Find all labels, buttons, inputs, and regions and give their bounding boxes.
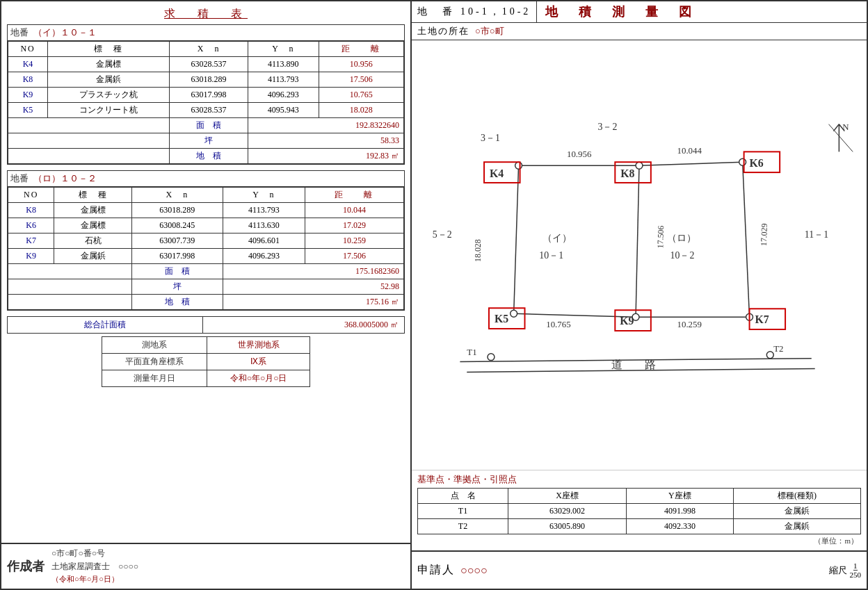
diagram-svg: N 3－1 3－2 5－2 11－1 (412, 40, 867, 470)
t2-label: T2 (773, 344, 783, 354)
unit-note: （単位：m） (417, 534, 861, 548)
lot1-chiseki-row: 地 積 192.83 ㎡ (8, 149, 404, 164)
location-label: 土地の所在 (417, 25, 469, 38)
lot1-col-headers: NO 標 種 X n Y n 距 離 (8, 42, 404, 57)
lot2-row-2: K6 金属標 63008.245 4113.630 17.029 (8, 218, 404, 233)
dist-10765-label: 10.765 (546, 320, 570, 329)
t1-circle (488, 354, 495, 361)
ref-col-x: X座標 (508, 489, 627, 504)
k6-label: K6 (750, 157, 764, 169)
location-value: ○市○町 (475, 25, 504, 38)
coord-system-section: 測地系 世界測地系 平面直角座標系 Ⅸ系 測量年月日 令和○年○月○日 (7, 336, 405, 387)
header-title: 地 積 測 量 図 (537, 1, 704, 22)
lot2-area-row: 面 積 175.1682360 (8, 264, 404, 279)
t2-circle (766, 352, 773, 359)
k4-circle (515, 162, 522, 169)
right-panel: 地 番 10-1，10-2 地 積 測 量 図 土地の所在 ○市○町 N (412, 1, 867, 589)
k8-circle (636, 162, 643, 169)
scale-label: 縮尺 (829, 564, 847, 577)
neighbor-52-label: 5－2 (433, 229, 452, 240)
ref-col-name: 点 名 (418, 489, 508, 504)
svg-line-4 (829, 124, 853, 152)
total-area-row: 総合計面積 368.0005000 ㎡ (7, 316, 405, 334)
right-footer: 申請人 ○○○○ 縮尺 1 250 (412, 550, 867, 589)
total-area-label: 総合計面積 (8, 317, 203, 333)
lot1-row-2: K8 金属鋲 63018.289 4113.793 17.506 (8, 72, 404, 88)
k7-label: K7 (755, 313, 769, 325)
ref-row-t2: T2 63005.890 4092.330 金属鋲 (418, 519, 861, 534)
k6-circle (739, 158, 746, 165)
lot1-data-table: NO 標 種 X n Y n 距 離 K4 金属標 63028.537 411 (8, 41, 404, 164)
svg-line-1 (833, 124, 839, 131)
diagram-area: N 3－1 3－2 5－2 11－1 (412, 40, 867, 470)
ref-col-y: Y座標 (626, 489, 733, 504)
lot2-row-3: K7 石杭 63007.739 4096.601 10.259 (8, 233, 404, 249)
neighbor-31-label: 3－1 (481, 133, 500, 144)
scale-section: 縮尺 1 250 (829, 562, 862, 579)
lot1-header: 地番 （イ）１０－１ (8, 25, 404, 41)
k5-label: K5 (495, 313, 508, 325)
lot1-row-4: K5 コンクリート杭 63028.537 4095.943 18.028 (8, 103, 404, 118)
north-arrow: N (829, 122, 853, 152)
lot2-tsubo-row: 坪 52.98 (8, 279, 404, 295)
dist-10956-label: 10.956 (567, 149, 592, 159)
left-panel: 求 積 表 地番 （イ）１０－１ NO 標 種 X n Y n 距 離 (1, 1, 412, 589)
dist-10044-label: 10.044 (677, 146, 702, 156)
svg-line-8 (636, 165, 639, 317)
col-type: 標 種 (48, 42, 170, 57)
lot2-row-1: K8 金属標 63018.289 4113.793 10.044 (8, 203, 404, 218)
k9-label: K9 (620, 315, 634, 327)
k4-label: K4 (490, 167, 504, 179)
dist-10259-label: 10.259 (677, 320, 702, 329)
lot2-col-headers: NO 標 種 X n Y n 距 離 (8, 188, 404, 203)
ref-table-title: 基準点・準拠点・引照点 (417, 473, 861, 486)
lot-10-1-label: 10－1 (539, 250, 563, 261)
scale-fraction: 1 250 (850, 562, 862, 579)
ref-table-section: 基準点・準拠点・引照点 点 名 X座標 Y座標 標種(種類) T1 63029.… (412, 470, 867, 550)
applicant-value: ○○○○ (460, 564, 829, 577)
dist-18028-label: 18.028 (473, 239, 483, 262)
road-label: 道 路 (611, 359, 661, 371)
k8-label: K8 (620, 167, 634, 179)
svg-line-9 (743, 162, 750, 317)
lot2-data-table: NO 標 種 X n Y n 距 離 K8 金属標 63018.289 411 (8, 187, 404, 310)
ref-col-type: 標種(種類) (733, 489, 860, 504)
area-i-label: （イ） (542, 233, 572, 243)
col-yn: Y n (248, 42, 319, 57)
applicant-label: 申請人 (417, 563, 455, 577)
neighbor-11-1-label: 11－1 (805, 229, 828, 240)
right-sub-header: 土地の所在 ○市○町 (412, 23, 867, 40)
t1-label: T1 (467, 347, 476, 357)
col-no: NO (8, 42, 48, 57)
total-area-value: 368.0005000 ㎡ (203, 317, 405, 333)
lot2-header: 地番 （ロ）１０－２ (8, 171, 404, 187)
svg-line-7 (514, 165, 519, 313)
lot1-table-section: 地番 （イ）１０－１ NO 標 種 X n Y n 距 離 (7, 24, 405, 165)
lot1-area-row: 面 積 192.8322640 (8, 118, 404, 133)
lot1-tsubo-row: 坪 58.33 (8, 133, 404, 149)
ref-table: 点 名 X座標 Y座標 標種(種類) T1 63029.002 4091.998… (417, 488, 861, 534)
left-content: 求 積 表 地番 （イ）１０－１ NO 標 種 X n Y n 距 離 (1, 1, 410, 543)
lot-10-2-label: 10－2 (670, 250, 695, 261)
main-container: 求 積 表 地番 （イ）１０－１ NO 標 種 X n Y n 距 離 (0, 0, 868, 590)
lot2-table-section: 地番 （ロ）１０－２ NO 標 種 X n Y n 距 離 (7, 170, 405, 311)
creator-label: 作成者 (7, 558, 45, 575)
dist-17506-label: 17.506 (655, 225, 666, 248)
right-header: 地 番 10-1，10-2 地 積 測 量 図 (412, 1, 867, 23)
area-ro-label: （ロ） (667, 233, 696, 243)
k5-circle (511, 310, 517, 317)
lot1-row-1: K4 金属標 63028.537 4113.890 10.956 (8, 57, 404, 72)
left-footer: 作成者 ○市○町○番○号 土地家屋調査士 ○○○○ （令和○年○月○日） (1, 543, 410, 589)
col-dist: 距 離 (319, 42, 403, 57)
ref-row-t1: T1 63029.002 4091.998 金属鋲 (418, 504, 861, 519)
dist-17029-label: 17.029 (759, 223, 769, 246)
svg-line-6 (639, 162, 743, 165)
creator-info: ○市○町○番○号 土地家屋調査士 ○○○○ （令和○年○月○日） (51, 547, 138, 586)
neighbor-32-label: 3－2 (598, 122, 618, 132)
header-lot: 地 番 10-1，10-2 (412, 1, 537, 22)
lot1-row-3: K9 プラスチック杭 63017.998 4096.293 10.765 (8, 88, 404, 103)
svg-text:N: N (842, 122, 849, 132)
svg-line-10 (514, 313, 636, 317)
coord-system-table: 測地系 世界測地系 平面直角座標系 Ⅸ系 測量年月日 令和○年○月○日 (102, 336, 310, 387)
section-title: 求 積 表 (7, 7, 405, 22)
